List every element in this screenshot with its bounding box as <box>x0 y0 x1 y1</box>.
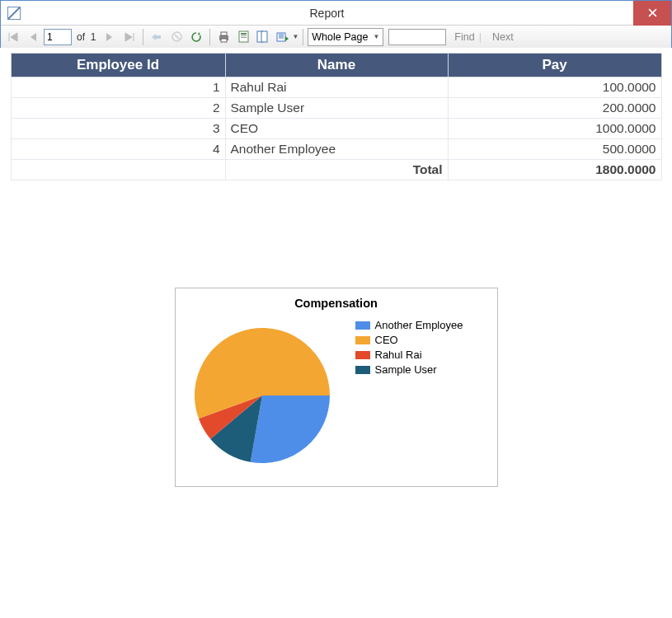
table-row: 1 Rahul Rai 100.0000 <box>11 77 661 98</box>
page-number-input[interactable] <box>44 29 72 45</box>
compensation-chart: Compensation Another Employee CEO Rahul … <box>175 288 498 487</box>
next-page-icon <box>106 32 114 42</box>
zoom-select[interactable]: Whole Page ▼ <box>308 28 383 46</box>
cell-name: Sample User <box>225 98 448 119</box>
total-row: Total 1800.0000 <box>11 160 661 180</box>
employee-table: Employee Id Name Pay 1 Rahul Rai 100.000… <box>11 53 662 180</box>
cell-name: Rahul Rai <box>225 77 448 98</box>
export-icon <box>276 30 289 43</box>
back-button[interactable] <box>148 28 166 46</box>
cell-pay: 100.0000 <box>448 77 661 98</box>
page-setup-button[interactable] <box>254 28 272 46</box>
chevron-down-icon: ▼ <box>373 33 379 40</box>
first-page-button[interactable] <box>4 28 22 46</box>
app-icon <box>7 7 21 20</box>
cell-id: 4 <box>11 139 225 160</box>
total-label: Total <box>225 160 448 180</box>
report-page: Employee Id Name Pay 1 Rahul Rai 100.000… <box>11 53 662 487</box>
legend-item: CEO <box>355 333 463 348</box>
next-page-button[interactable] <box>101 28 119 46</box>
refresh-icon <box>190 31 202 43</box>
svg-rect-7 <box>241 37 247 38</box>
titlebar: Report <box>1 1 671 26</box>
legend-item: Sample User <box>355 363 463 377</box>
svg-rect-4 <box>239 31 248 42</box>
print-layout-button[interactable] <box>234 28 252 46</box>
search-input[interactable] <box>388 29 446 45</box>
table-row: 2 Sample User 200.0000 <box>11 98 661 119</box>
svg-rect-2 <box>221 32 227 35</box>
cell-id: 2 <box>11 98 225 119</box>
zoom-label: Whole Page <box>312 31 368 43</box>
cell-pay: 200.0000 <box>448 98 661 119</box>
export-button[interactable] <box>274 28 292 46</box>
first-page-icon <box>7 32 19 42</box>
cell-id: 3 <box>11 119 225 139</box>
cell-name: CEO <box>225 119 448 139</box>
print-icon <box>218 31 230 43</box>
legend-item: Rahul Rai <box>355 348 463 363</box>
svg-rect-6 <box>241 35 247 36</box>
chart-title: Compensation <box>184 297 489 310</box>
report-toolbar: of 1 ▼ Whole Page ▼ Find | Next <box>1 26 671 49</box>
back-arrow-icon <box>151 32 162 42</box>
col-header-pay: Pay <box>448 54 661 77</box>
of-label: of 1 <box>77 31 96 43</box>
svg-rect-5 <box>241 33 247 35</box>
report-viewport: Employee Id Name Pay 1 Rahul Rai 100.000… <box>0 48 672 618</box>
table-row: 3 CEO 1000.0000 <box>11 119 661 139</box>
col-header-name: Name <box>225 54 448 77</box>
refresh-button[interactable] <box>187 28 205 46</box>
last-page-icon <box>124 32 135 42</box>
svg-rect-9 <box>261 31 267 42</box>
chart-legend: Another Employee CEO Rahul Rai Sample Us… <box>355 315 463 471</box>
close-icon <box>648 8 657 17</box>
cell-id: 1 <box>11 77 225 98</box>
stop-button[interactable] <box>167 28 186 46</box>
total-value: 1800.0000 <box>448 160 661 180</box>
find-link[interactable]: Find <box>454 31 474 43</box>
cell-pay: 1000.0000 <box>448 119 661 139</box>
pie-chart <box>184 315 341 471</box>
stop-icon <box>172 31 182 42</box>
prev-page-icon <box>29 32 37 42</box>
next-link[interactable]: Next <box>492 31 514 43</box>
close-button[interactable] <box>633 1 671 26</box>
window-title: Report <box>21 7 633 20</box>
last-page-button[interactable] <box>120 28 139 46</box>
page-setup-icon <box>256 30 270 43</box>
prev-page-button[interactable] <box>24 28 42 46</box>
table-row: 4 Another Employee 500.0000 <box>11 139 661 160</box>
svg-rect-3 <box>221 39 227 42</box>
col-header-id: Employee Id <box>11 54 225 77</box>
cell-name: Another Employee <box>225 139 448 160</box>
cell-pay: 500.0000 <box>448 139 661 160</box>
legend-item: Another Employee <box>355 318 463 333</box>
print-layout-icon <box>238 30 249 43</box>
print-button[interactable] <box>214 28 233 46</box>
